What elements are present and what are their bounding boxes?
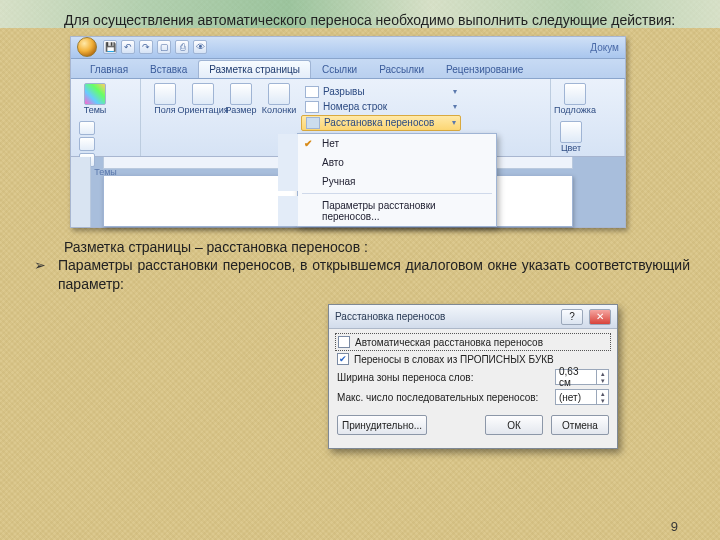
page-color-icon <box>560 121 582 143</box>
orientation-button[interactable]: Ориентация <box>187 83 219 115</box>
watermark-icon <box>564 83 586 105</box>
max-consecutive-input[interactable]: (нет) ▴▾ <box>555 389 609 405</box>
office-button[interactable] <box>77 37 97 57</box>
check-icon: ✔ <box>304 138 312 149</box>
chevron-down-icon: ▾ <box>453 102 457 111</box>
watermark-button[interactable]: Подложка <box>559 83 591 115</box>
qat-print[interactable]: ⎙ <box>175 40 189 54</box>
checkbox-icon <box>338 336 350 348</box>
line-numbers-icon <box>305 101 319 113</box>
margins-button[interactable]: Поля <box>149 83 181 115</box>
page-number: 9 <box>671 519 678 534</box>
columns-button[interactable]: Колонки <box>263 83 295 115</box>
caps-hyphenation-checkbox[interactable]: ✔ Переносы в словах из ПРОПИСНЫХ БУКВ <box>337 353 609 365</box>
zone-label: Ширина зоны переноса слов: <box>337 372 549 383</box>
tab-insert[interactable]: Вставка <box>139 60 198 78</box>
theme-fonts-btn[interactable] <box>79 137 95 151</box>
force-button[interactable]: Принудительно... <box>337 415 427 435</box>
dialog-title: Расстановка переносов <box>335 311 555 322</box>
close-button[interactable]: ✕ <box>589 309 611 325</box>
word-ribbon-screenshot: 💾 ↶ ↷ ▢ ⎙ 👁 Докум Главная Вставка Размет… <box>70 36 626 228</box>
qat-redo[interactable]: ↷ <box>139 40 153 54</box>
orientation-icon <box>192 83 214 105</box>
checkbox-icon: ✔ <box>337 353 349 365</box>
tab-review[interactable]: Рецензирование <box>435 60 534 78</box>
chevron-down-icon: ▾ <box>453 87 457 96</box>
size-icon <box>230 83 252 105</box>
size-button[interactable]: Размер <box>225 83 257 115</box>
tab-mailings[interactable]: Рассылки <box>368 60 435 78</box>
hyphenation-menu: ✔ Нет Авто Ручная Параметры расстановки … <box>297 133 497 227</box>
qat-preview[interactable]: 👁 <box>193 40 207 54</box>
hyphenation-button[interactable]: Расстановка переносов ▾ <box>301 115 461 131</box>
cancel-button[interactable]: Отмена <box>551 415 609 435</box>
page-color-button[interactable]: Цвет <box>559 121 583 153</box>
window-title: Докум <box>590 42 619 53</box>
zone-width-input[interactable]: 0,63 см ▴▾ <box>555 369 609 385</box>
mid-bullet-text: Параметры расстановки переносов, в откры… <box>58 256 690 294</box>
spin-up-icon[interactable]: ▴ <box>596 370 608 377</box>
help-button[interactable]: ? <box>561 309 583 325</box>
hyph-none-item[interactable]: ✔ Нет <box>278 134 496 153</box>
qat-new[interactable]: ▢ <box>157 40 171 54</box>
bullet-arrow-icon: ➢ <box>30 256 58 294</box>
themes-icon <box>84 83 106 105</box>
hyph-manual-item[interactable]: Ручная <box>278 172 496 191</box>
tab-references[interactable]: Ссылки <box>311 60 368 78</box>
auto-hyphenation-checkbox[interactable]: Автоматическая расстановка переносов <box>337 335 609 349</box>
hyph-auto-item[interactable]: Авто <box>278 153 496 172</box>
chevron-down-icon: ▾ <box>452 118 456 127</box>
qat-save[interactable]: 💾 <box>103 40 117 54</box>
qat-undo[interactable]: ↶ <box>121 40 135 54</box>
breaks-button[interactable]: Разрывы ▾ <box>301 85 461 99</box>
ok-button[interactable]: ОК <box>485 415 543 435</box>
themes-button[interactable]: Темы <box>79 83 111 115</box>
spin-down-icon[interactable]: ▾ <box>596 397 608 404</box>
hyphenation-dialog: Расстановка переносов ? ✕ Автоматическая… <box>328 304 618 449</box>
theme-colors-btn[interactable] <box>79 121 95 135</box>
spin-down-icon[interactable]: ▾ <box>596 377 608 384</box>
hyphenation-icon <box>306 117 320 129</box>
tab-home[interactable]: Главная <box>79 60 139 78</box>
vertical-ruler <box>71 157 91 227</box>
margins-icon <box>154 83 176 105</box>
intro-text: Для осуществления автоматического перено… <box>30 12 690 30</box>
ribbon-tabs: Главная Вставка Разметка страницы Ссылки… <box>71 59 625 79</box>
max-label: Макс. число последовательных переносов: <box>337 392 549 403</box>
mid-heading: Разметка страницы – расстановка переносо… <box>30 238 690 257</box>
tab-page-layout[interactable]: Разметка страницы <box>198 60 311 78</box>
hyph-params-item[interactable]: Параметры расстановки переносов... <box>278 196 496 226</box>
breaks-icon <box>305 86 319 98</box>
spin-up-icon[interactable]: ▴ <box>596 390 608 397</box>
line-numbers-button[interactable]: Номера строк ▾ <box>301 100 461 114</box>
columns-icon <box>268 83 290 105</box>
